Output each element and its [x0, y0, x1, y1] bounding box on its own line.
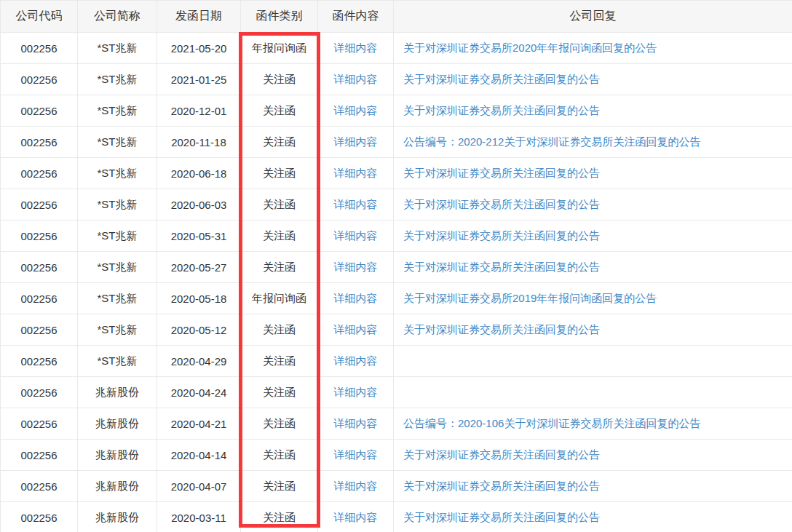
company-name-cell: *ST兆新 — [78, 221, 157, 252]
table-row: 002256 *ST兆新 2020-05-27 关注函 详细内容 关于对深圳证券… — [1, 252, 792, 283]
table-row: 002256 *ST兆新 2020-04-29 关注函 详细内容 — [1, 346, 792, 377]
table-row: 002256 *ST兆新 2021-05-20 年报问询函 详细内容 关于对深圳… — [1, 33, 792, 64]
letter-content-cell: 详细内容 — [318, 95, 394, 127]
table-row: 002256 兆新股份 2020-04-24 关注函 详细内容 — [1, 377, 792, 408]
company-code-cell: 002256 — [1, 158, 78, 189]
company-code-cell: 002256 — [1, 283, 78, 314]
company-name-cell: *ST兆新 — [78, 346, 157, 377]
company-name-cell: *ST兆新 — [78, 314, 157, 346]
company-code-cell: 002256 — [1, 189, 78, 221]
company-name-cell: *ST兆新 — [78, 64, 157, 95]
company-code-cell: 002256 — [1, 127, 78, 158]
table-row: 002256 *ST兆新 2020-11-18 关注函 详细内容 公告编号：20… — [1, 127, 792, 158]
company-reply-cell: 公告编号：2020-106关于对深圳证券交易所关注函回复的公告 — [394, 408, 792, 440]
letter-date-cell: 2020-04-24 — [157, 377, 241, 408]
letter-date-cell: 2020-04-21 — [157, 408, 241, 440]
company-reply-cell: 关于对深圳证券交易所关注函回复的公告 — [394, 189, 792, 221]
detail-content-link[interactable]: 详细内容 — [334, 135, 378, 148]
company-reply-cell: 关于对深圳证券交易所关注函回复的公告 — [394, 95, 792, 127]
column-header-letter-category: 函件类别 — [241, 1, 318, 33]
table-row: 002256 *ST兆新 2020-06-03 关注函 详细内容 关于对深圳证券… — [1, 189, 792, 221]
company-reply-link[interactable]: 关于对深圳证券交易所关注函回复的公告 — [403, 73, 600, 85]
detail-content-link[interactable]: 详细内容 — [334, 417, 378, 429]
letter-date-cell: 2020-04-14 — [157, 440, 241, 471]
letter-date-cell: 2020-04-29 — [157, 346, 241, 377]
letter-content-cell: 详细内容 — [318, 283, 394, 314]
detail-content-link[interactable]: 详细内容 — [334, 354, 378, 367]
letter-content-cell: 详细内容 — [318, 471, 394, 502]
company-code-cell: 002256 — [1, 471, 78, 502]
letter-content-cell: 详细内容 — [318, 408, 394, 440]
table-row: 002256 *ST兆新 2020-05-18 年报问询函 详细内容 关于对深圳… — [1, 283, 792, 314]
company-reply-cell: 关于对深圳证券交易所2019年年报问询函回复的公告 — [394, 283, 792, 314]
detail-content-link[interactable]: 详细内容 — [334, 292, 378, 304]
letter-content-cell: 详细内容 — [318, 377, 394, 408]
letter-category-cell: 关注函 — [241, 377, 318, 408]
letter-date-cell: 2020-05-27 — [157, 252, 241, 283]
letter-date-cell: 2020-06-03 — [157, 189, 241, 221]
detail-content-link[interactable]: 详细内容 — [334, 448, 378, 461]
company-reply-link[interactable]: 关于对深圳证券交易所关注函回复的公告 — [403, 229, 600, 242]
letter-content-cell: 详细内容 — [318, 502, 394, 532]
detail-content-link[interactable]: 详细内容 — [334, 511, 378, 523]
company-reply-link[interactable]: 关于对深圳证券交易所关注函回复的公告 — [403, 104, 600, 116]
letter-content-cell: 详细内容 — [318, 158, 394, 189]
letter-category-cell: 关注函 — [241, 64, 318, 95]
detail-content-link[interactable]: 详细内容 — [334, 41, 378, 54]
letter-content-cell: 详细内容 — [318, 127, 394, 158]
letter-category-cell: 关注函 — [241, 471, 318, 502]
company-name-cell: 兆新股份 — [78, 502, 157, 532]
letter-category-cell: 关注函 — [241, 502, 318, 532]
company-name-cell: 兆新股份 — [78, 408, 157, 440]
table-row: 002256 兆新股份 2020-04-14 关注函 详细内容 关于对深圳证券交… — [1, 440, 792, 471]
company-reply-link[interactable]: 关于对深圳证券交易所关注函回复的公告 — [403, 511, 600, 523]
letter-content-cell: 详细内容 — [318, 189, 394, 221]
detail-content-link[interactable]: 详细内容 — [334, 73, 378, 85]
letter-date-cell: 2020-04-07 — [157, 471, 241, 502]
letter-date-cell: 2021-05-20 — [157, 33, 241, 64]
detail-content-link[interactable]: 详细内容 — [334, 104, 378, 116]
company-name-cell: *ST兆新 — [78, 252, 157, 283]
table-row: 002256 *ST兆新 2021-01-25 关注函 详细内容 关于对深圳证券… — [1, 64, 792, 95]
letter-date-cell: 2020-05-12 — [157, 314, 241, 346]
letter-date-cell: 2020-12-01 — [157, 95, 241, 127]
company-name-cell: 兆新股份 — [78, 471, 157, 502]
table-row: 002256 *ST兆新 2020-12-01 关注函 详细内容 关于对深圳证券… — [1, 95, 792, 127]
company-code-cell: 002256 — [1, 95, 78, 127]
company-reply-cell: 关于对深圳证券交易所关注函回复的公告 — [394, 314, 792, 346]
letter-category-cell: 关注函 — [241, 314, 318, 346]
company-reply-link[interactable]: 公告编号：2020-106关于对深圳证券交易所关注函回复的公告 — [403, 417, 700, 429]
company-reply-link[interactable]: 关于对深圳证券交易所关注函回复的公告 — [403, 167, 600, 179]
company-reply-link[interactable]: 关于对深圳证券交易所关注函回复的公告 — [403, 448, 600, 461]
company-reply-link[interactable]: 关于对深圳证券交易所关注函回复的公告 — [403, 198, 600, 210]
company-reply-link[interactable]: 关于对深圳证券交易所关注函回复的公告 — [403, 323, 600, 336]
letter-category-cell: 关注函 — [241, 95, 318, 127]
company-code-cell: 002256 — [1, 33, 78, 64]
company-reply-link[interactable]: 关于对深圳证券交易所2020年年报问询函回复的公告 — [403, 41, 657, 54]
company-reply-link[interactable]: 关于对深圳证券交易所2019年年报问询函回复的公告 — [403, 292, 657, 304]
company-name-cell: *ST兆新 — [78, 33, 157, 64]
detail-content-link[interactable]: 详细内容 — [334, 198, 378, 210]
detail-content-link[interactable]: 详细内容 — [334, 386, 378, 398]
company-reply-link[interactable]: 关于对深圳证券交易所关注函回复的公告 — [403, 480, 600, 492]
detail-content-link[interactable]: 详细内容 — [334, 261, 378, 273]
company-name-cell: *ST兆新 — [78, 127, 157, 158]
letter-date-cell: 2020-05-31 — [157, 221, 241, 252]
detail-content-link[interactable]: 详细内容 — [334, 167, 378, 179]
company-code-cell: 002256 — [1, 221, 78, 252]
letter-category-cell: 关注函 — [241, 158, 318, 189]
detail-content-link[interactable]: 详细内容 — [334, 480, 378, 492]
company-name-cell: *ST兆新 — [78, 95, 157, 127]
table-row: 002256 *ST兆新 2020-06-18 关注函 详细内容 关于对深圳证券… — [1, 158, 792, 189]
detail-content-link[interactable]: 详细内容 — [334, 323, 378, 336]
company-code-cell: 002256 — [1, 252, 78, 283]
company-reply-cell: 关于对深圳证券交易所2020年年报问询函回复的公告 — [394, 33, 792, 64]
detail-content-link[interactable]: 详细内容 — [334, 229, 378, 242]
company-code-cell: 002256 — [1, 502, 78, 532]
header-row: 公司代码 公司简称 发函日期 函件类别 函件内容 公司回复 — [1, 1, 792, 33]
letter-content-cell: 详细内容 — [318, 221, 394, 252]
company-reply-link[interactable]: 关于对深圳证券交易所关注函回复的公告 — [403, 261, 600, 273]
company-reply-link[interactable]: 公告编号：2020-212关于对深圳证券交易所关注函回复的公告 — [403, 135, 700, 148]
letter-category-cell: 关注函 — [241, 440, 318, 471]
letter-category-cell: 关注函 — [241, 408, 318, 440]
